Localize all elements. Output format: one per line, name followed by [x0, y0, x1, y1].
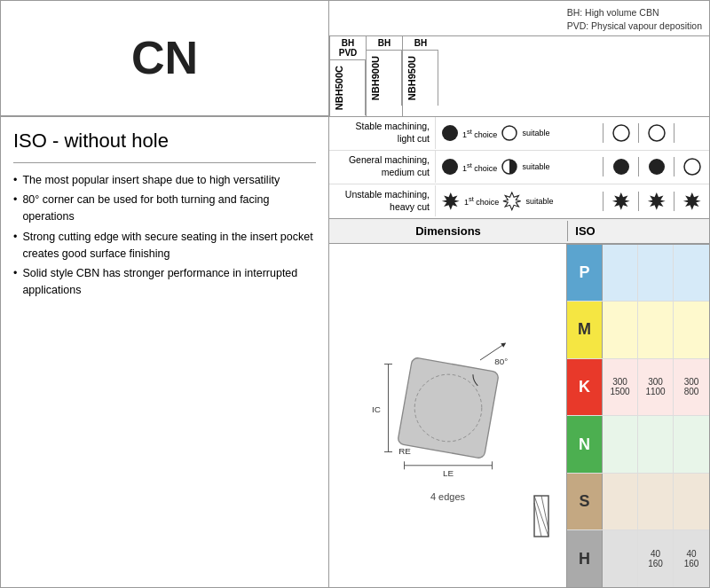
meta-text: BH: High volume CBN PVD: Physical vapour… — [567, 6, 702, 32]
bh1-top-label: BH — [367, 36, 402, 51]
cn-title-area: CN — [1, 1, 329, 116]
cell-1-1 — [603, 123, 638, 143]
edges-label: 4 edges — [430, 491, 465, 502]
bullet-item-1: • The most popular insert shape due to h… — [13, 172, 316, 189]
svg-line-29 — [534, 503, 541, 537]
svg-point-4 — [442, 159, 458, 175]
bh-pvd-top-label: BHPVD — [330, 36, 366, 60]
iso-rows-section: P M K 3001500 — [567, 244, 709, 587]
svg-marker-12 — [647, 192, 665, 209]
iso-K-label: K — [567, 359, 603, 416]
svg-point-0 — [442, 125, 458, 141]
col-cells-1 — [603, 123, 709, 143]
iso-N-cell-3 — [674, 416, 709, 473]
svg-point-3 — [649, 125, 665, 141]
iso-H-cell-3: 40160 — [674, 530, 709, 587]
iso-row-H: H 40160 40160 — [567, 530, 709, 587]
col-cells-3 — [603, 192, 709, 211]
diagram-area: 80° IC — [329, 244, 567, 587]
iso-row-M: M — [567, 302, 709, 359]
suitable-label-1: suitable — [522, 129, 549, 137]
filled-circle-icon-2 — [441, 158, 459, 176]
cell-1-2 — [638, 123, 674, 143]
left-panel: ISO - without hole • The most popular in… — [1, 117, 329, 587]
iso-row-S: S — [567, 474, 709, 531]
col2-label: NBH900U — [367, 51, 402, 106]
cell-2-1 — [603, 157, 638, 176]
bullet-item-4: • Solid style CBN has stronger performan… — [13, 265, 316, 299]
iso-M-label: M — [567, 302, 603, 358]
cell-3-2 — [638, 192, 674, 211]
bullet-list: • The most popular insert shape due to h… — [13, 172, 316, 299]
cell-3-1 — [603, 192, 638, 211]
svg-point-2 — [613, 125, 629, 141]
bullet-3: • — [13, 229, 17, 263]
svg-point-6 — [613, 159, 629, 175]
bullet-text-3: Strong cutting edge with secure seating … — [22, 229, 316, 263]
iso-header: ISO — [567, 221, 603, 241]
cn-title: CN — [131, 31, 198, 84]
starburst-icon-3 — [441, 192, 461, 211]
bh-pvd-col: BHPVD NBH500C — [329, 36, 366, 115]
machining-icons-3: 1st choice suitable — [436, 192, 603, 211]
page: CN BH: High volume CBN PVD: Physical vap… — [0, 0, 710, 588]
meta-line1: BH: High volume CBN — [567, 6, 702, 20]
iso-row-P: P — [567, 245, 709, 302]
machining-row-unstable: Unstable machining,heavy cut 1st choice … — [329, 184, 709, 218]
svg-point-1 — [502, 126, 517, 140]
col3-label: NBH950U — [403, 51, 438, 106]
machining-desc-2: General machining,medium cut — [329, 151, 436, 182]
lower-section: 80° IC — [329, 244, 709, 587]
meta-line2: PVD: Physical vapour deposition — [567, 20, 702, 33]
bh2-col: BH NBH950U — [402, 36, 438, 115]
iso-H-cell-1 — [603, 530, 638, 587]
bullet-text-1: The most popular insert shape due to hig… — [22, 172, 280, 189]
svg-text:LE: LE — [442, 469, 453, 479]
iso-N-cell-2 — [638, 416, 674, 473]
cell-2-2 — [638, 157, 674, 176]
choice-label-2: 1st choice — [462, 161, 497, 173]
iso-row-K: K 3001500 3001100 300800 — [567, 359, 709, 417]
side-profile — [532, 494, 550, 541]
bullet-item-3: • Strong cutting edge with secure seatin… — [13, 229, 316, 263]
suitable-label-3: suitable — [525, 197, 553, 206]
iso-K-cell-3: 300800 — [674, 359, 709, 416]
iso-H-cell-2: 40160 — [638, 530, 674, 587]
half-circle-icon-2 — [501, 158, 518, 176]
col-headers: BHPVD NBH500C BH NBH900U BH NBH950U — [329, 36, 709, 115]
dimensions-row: Dimensions ISO — [329, 219, 709, 244]
iso-N-cell-1 — [603, 416, 638, 473]
svg-text:IC: IC — [372, 404, 381, 414]
machining-row-general: General machining,medium cut 1st choice … — [329, 151, 709, 184]
iso-P-cell-1 — [603, 245, 638, 302]
machining-desc-1: Stable machining,light cut — [329, 117, 436, 148]
machining-section: Stable machining,light cut 1st choice su… — [329, 117, 709, 219]
bullet-text-2: 80° corner can be used for both turning … — [22, 192, 316, 225]
svg-marker-9 — [442, 192, 460, 209]
iso-H-label: H — [567, 530, 603, 587]
svg-marker-10 — [503, 192, 521, 209]
svg-marker-11 — [611, 192, 629, 209]
bh1-col: BH NBH900U — [366, 36, 402, 115]
iso-K-cell-2: 3001100 — [638, 359, 674, 416]
bullet-text-4: Solid style CBN has stronger performance… — [22, 265, 316, 299]
meta-info: BH: High volume CBN PVD: Physical vapour… — [329, 1, 709, 36]
cell-3-3 — [674, 192, 709, 211]
bh2-top-label: BH — [403, 36, 438, 51]
bullet-item-2: • 80° corner can be used for both turnin… — [13, 192, 316, 225]
svg-line-28 — [534, 496, 548, 537]
iso-K-cell-1: 3001500 — [603, 359, 638, 416]
iso-S-cell-1 — [603, 474, 638, 530]
dimensions-label: Dimensions — [329, 221, 567, 241]
iso-row-N: N — [567, 416, 709, 474]
iso-title: ISO - without hole — [13, 129, 169, 152]
bullet-1: • — [13, 172, 17, 189]
iso-S-cell-2 — [638, 474, 674, 530]
main-content: ISO - without hole • The most popular in… — [1, 117, 709, 587]
insert-diagram: 80° IC — [368, 328, 528, 488]
starburst-outline-icon-3 — [502, 192, 522, 211]
right-panel: Stable machining,light cut 1st choice su… — [329, 117, 709, 587]
iso-S-label: S — [567, 474, 603, 530]
col-cells-2 — [603, 157, 709, 176]
iso-M-cell-3 — [674, 302, 709, 358]
